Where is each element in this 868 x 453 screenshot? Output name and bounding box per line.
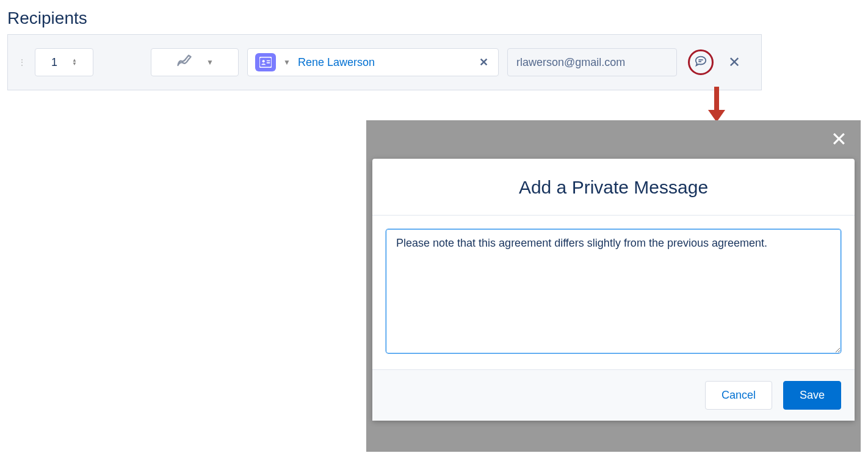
- cancel-button[interactable]: Cancel: [705, 381, 772, 410]
- recipient-name-field[interactable]: ▼ Rene Lawerson ✕: [247, 48, 499, 76]
- recipient-name: Rene Lawerson: [298, 56, 469, 69]
- chevron-down-icon[interactable]: ▼: [283, 58, 291, 67]
- svg-rect-3: [267, 62, 270, 63]
- order-stepper-icon[interactable]: ▲▼: [72, 59, 77, 66]
- modal-title: Add a Private Message: [372, 159, 855, 216]
- recipient-email: rlawerson@gmail.com: [516, 56, 625, 69]
- contact-badge-icon: [255, 53, 276, 71]
- speech-bubble-icon: [694, 54, 707, 70]
- clear-name-icon[interactable]: ✕: [477, 56, 491, 69]
- private-message-modal: Add a Private Message Cancel Save: [372, 159, 855, 421]
- order-input[interactable]: 1 ▲▼: [35, 48, 93, 76]
- recipient-email-field[interactable]: rlawerson@gmail.com: [507, 48, 677, 76]
- svg-rect-2: [267, 60, 270, 62]
- remove-recipient-icon[interactable]: ✕: [728, 54, 740, 71]
- svg-rect-0: [259, 57, 272, 68]
- modal-footer: Cancel Save: [372, 369, 855, 421]
- role-dropdown[interactable]: ▼: [151, 48, 239, 76]
- recipient-row: ⋮ 1 ▲▼ ▼ ▼ Rene Lawerson ✕ rlawerson@gma…: [7, 34, 762, 90]
- pen-icon: [176, 53, 193, 72]
- drag-handle-icon[interactable]: ⋮: [18, 57, 26, 67]
- chevron-down-icon: ▼: [206, 58, 214, 67]
- close-modal-icon[interactable]: ✕: [831, 128, 847, 151]
- annotation-arrow-icon: [708, 87, 725, 122]
- order-value: 1: [51, 56, 57, 69]
- section-title: Recipients: [0, 0, 868, 34]
- private-message-button[interactable]: [688, 49, 714, 75]
- save-button[interactable]: Save: [783, 381, 841, 410]
- private-message-textarea[interactable]: [386, 229, 841, 353]
- svg-point-1: [262, 60, 265, 62]
